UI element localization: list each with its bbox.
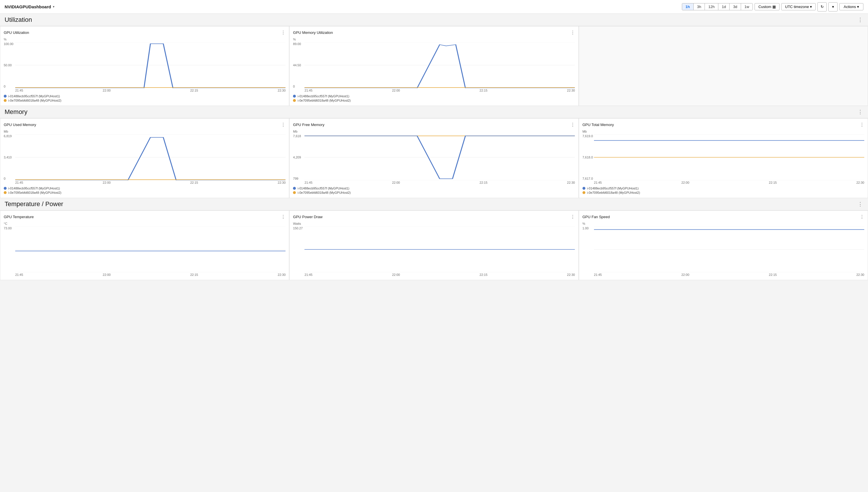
gpu-utilization-x-labels: 21:45 22:00 22:15 22:30 (4, 89, 285, 92)
gpu-free-memory-header: GPU Free Memory ⋮ (293, 122, 575, 127)
gpu-utilization-header: GPU Utilization ⋮ (4, 30, 285, 35)
time-btn-1d[interactable]: 1d (718, 3, 730, 10)
gpu-memory-utilization-header: GPU Memory Utilization ⋮ (293, 30, 575, 35)
refresh-icon: ↻ (821, 5, 824, 9)
time-btn-3d[interactable]: 3d (730, 3, 741, 10)
legend-dot-mem-host2 (293, 99, 296, 102)
gpu-used-memory-panel: GPU Used Memory ⋮ Mb 6,819 3,410 0 (0, 118, 289, 198)
gpu-utilization-title: GPU Utilization (4, 30, 29, 35)
temperature-section-menu[interactable]: ⋮ (858, 201, 863, 207)
refresh-button[interactable]: ↻ (817, 2, 827, 11)
legend-dot-host2 (4, 99, 7, 102)
time-btn-1h[interactable]: 1h (682, 3, 694, 10)
gpu-free-memory-chart (304, 134, 575, 180)
gpu-power-draw-chart (304, 226, 575, 272)
gpu-power-draw-x-labels: 21:45 22:00 22:15 22:30 (293, 273, 575, 276)
gpu-utilization-chart-wrapper: 100.00 50.00 0 (4, 42, 285, 88)
gpu-used-memory-unit: Mb (4, 130, 285, 133)
gpu-temperature-title: GPU Temperature (4, 215, 34, 219)
time-btn-3h[interactable]: 3h (694, 3, 705, 10)
gpu-temperature-y-labels: 73.00 (4, 226, 12, 272)
gpu-total-memory-panel: GPU Total Memory ⋮ Mb 7,619.0 7,618.0 7,… (579, 118, 868, 198)
legend-item-host1: i-01488ecb95ccf557f (MyGPUHost1) (4, 94, 285, 98)
gpu-memory-chart-wrapper: 89.00 44.50 0 (293, 42, 575, 88)
gpu-utilization-unit: % (4, 38, 285, 41)
custom-label: Custom (758, 5, 771, 9)
utilization-section-menu[interactable]: ⋮ (858, 17, 863, 23)
dashboard-title[interactable]: NVIDIAGPUDashboard (5, 4, 51, 9)
legend-item-host2: i-0e7095ebfd6018a48 (MyGPUHost2) (4, 99, 285, 102)
gpu-free-memory-chart-wrapper: 7,618 4,209 799 (293, 134, 575, 180)
temperature-title: Temperature / Power (5, 200, 63, 208)
gpu-free-memory-unit: Mb (293, 130, 575, 133)
actions-button[interactable]: Actions ▾ (839, 3, 863, 10)
actions-chevron-icon: ▾ (857, 5, 859, 9)
gpu-utilization-legend: i-01488ecb95ccf557f (MyGPUHost1) i-0e709… (4, 94, 285, 102)
gpu-memory-chart (304, 42, 575, 88)
gpu-power-draw-chart-wrapper: 150.27 (293, 226, 575, 272)
gpu-utilization-panel: GPU Utilization ⋮ % 100.00 50.00 0 (0, 26, 289, 106)
legend-dot-host1 (4, 95, 7, 98)
memory-section-menu[interactable]: ⋮ (858, 109, 863, 115)
gpu-free-memory-legend: i-01488ecb95ccf557f (MyGPUHost1) i-0e709… (293, 187, 575, 194)
memory-panel-grid: GPU Used Memory ⋮ Mb 6,819 3,410 0 (0, 118, 868, 198)
gpu-temperature-x-labels: 21:45 22:00 22:15 22:30 (4, 273, 285, 276)
custom-range-button[interactable]: Custom ▦ (754, 3, 779, 10)
gpu-memory-utilization-menu[interactable]: ⋮ (570, 30, 575, 35)
gpu-used-memory-menu[interactable]: ⋮ (281, 122, 285, 127)
gpu-fan-speed-header: GPU Fan Speed ⋮ (583, 214, 864, 220)
legend-used-host1: i-01488ecb95ccf557f (MyGPUHost1) (4, 187, 285, 190)
legend-free-host1: i-01488ecb95ccf557f (MyGPUHost1) (293, 187, 575, 190)
memory-section-header: Memory ⋮ (0, 106, 868, 118)
timezone-button[interactable]: UTC timezone ▾ (781, 3, 816, 10)
gpu-temperature-header: GPU Temperature ⋮ (4, 214, 285, 220)
gpu-temperature-panel: GPU Temperature ⋮ °C 73.00 21:45 22:00 (0, 211, 289, 280)
gpu-total-memory-chart (594, 134, 864, 180)
legend-mem-host2: i-0e7095ebfd6018a48 (MyGPUHost2) (293, 99, 575, 102)
gpu-memory-utilization-panel: GPU Memory Utilization ⋮ % 89.00 44.50 0 (289, 26, 579, 106)
dropdown-button[interactable]: ▾ (828, 2, 838, 11)
gpu-power-draw-y-labels: 150.27 (293, 226, 303, 272)
utilization-panel-grid: GPU Utilization ⋮ % 100.00 50.00 0 (0, 26, 868, 106)
gpu-total-memory-header: GPU Total Memory ⋮ (583, 122, 864, 127)
memory-title: Memory (5, 108, 27, 116)
time-btn-1w[interactable]: 1w (741, 3, 753, 10)
gpu-power-draw-header: GPU Power Draw ⋮ (293, 214, 575, 220)
gpu-used-memory-header: GPU Used Memory ⋮ (4, 122, 285, 127)
gpu-used-memory-x-labels: 21:45 22:00 22:15 22:30 (4, 181, 285, 184)
dashboard-chevron-icon[interactable]: ▾ (53, 5, 54, 8)
legend-mem-host1: i-01488ecb95ccf557f (MyGPUHost1) (293, 94, 575, 98)
gpu-free-memory-y-labels: 7,618 4,209 799 (293, 134, 301, 180)
gpu-used-memory-chart-wrapper: 6,819 3,410 0 (4, 134, 285, 180)
gpu-used-memory-legend: i-01488ecb95ccf557f (MyGPUHost1) i-0e709… (4, 187, 285, 194)
gpu-fan-speed-unit: % (583, 222, 864, 225)
gpu-temperature-chart-wrapper: 73.00 (4, 226, 285, 272)
gpu-total-memory-title: GPU Total Memory (583, 123, 614, 127)
time-btn-12h[interactable]: 12h (705, 3, 718, 10)
gpu-power-draw-menu[interactable]: ⋮ (570, 214, 575, 220)
gpu-memory-x-labels: 21:45 22:00 22:15 22:30 (293, 89, 575, 92)
gpu-free-memory-menu[interactable]: ⋮ (570, 122, 575, 127)
gpu-temperature-chart (15, 226, 285, 272)
gpu-temperature-menu[interactable]: ⋮ (281, 214, 285, 220)
chevron-down-icon: ▾ (810, 5, 812, 9)
temperature-section-header: Temperature / Power ⋮ (0, 198, 868, 210)
gpu-power-draw-panel: GPU Power Draw ⋮ Watts 150.27 21:45 22:0… (289, 211, 579, 280)
gpu-used-memory-y-labels: 6,819 3,410 0 (4, 134, 12, 180)
gpu-fan-speed-chart (594, 226, 864, 272)
legend-free-host2: i-0e7095ebfd6018a48 (MyGPUHost2) (293, 191, 575, 194)
gpu-memory-y-labels: 89.00 44.50 0 (293, 42, 301, 88)
header-left: NVIDIAGPUDashboard ▾ (5, 4, 54, 9)
gpu-fan-speed-panel: GPU Fan Speed ⋮ % 1.00 21:45 22:00 2 (579, 211, 868, 280)
timezone-label: UTC timezone (785, 5, 809, 9)
gpu-total-memory-unit: Mb (583, 130, 864, 133)
utilization-title: Utilization (5, 16, 32, 24)
time-range-selector: 1h 3h 12h 1d 3d 1w (682, 3, 753, 10)
gpu-used-memory-title: GPU Used Memory (4, 123, 36, 127)
actions-label: Actions (844, 5, 856, 9)
legend-total-host1: i-01488ecb95ccf557f (MyGPUHost1) (583, 187, 864, 190)
gpu-fan-speed-menu[interactable]: ⋮ (860, 214, 864, 220)
gpu-total-memory-menu[interactable]: ⋮ (860, 122, 864, 127)
gpu-utilization-menu[interactable]: ⋮ (281, 30, 285, 35)
gpu-total-memory-y-labels: 7,619.0 7,618.0 7,617.0 (583, 134, 593, 180)
